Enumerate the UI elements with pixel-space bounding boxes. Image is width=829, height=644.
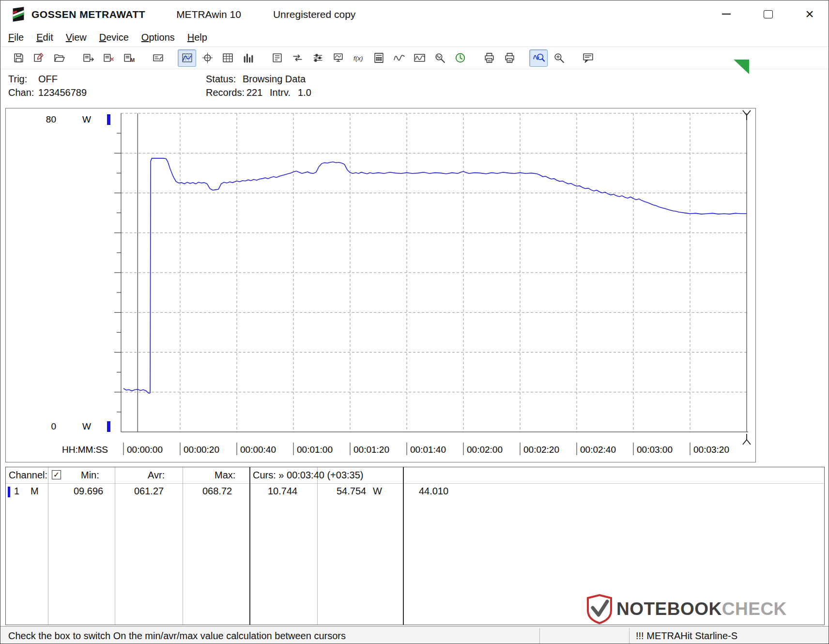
close-button[interactable]: × (798, 4, 821, 24)
timer-button[interactable] (451, 49, 469, 67)
svg-text:f(x): f(x) (353, 55, 363, 62)
status-bar: Check the box to switch On the min/avr/m… (0, 626, 829, 644)
data-transfer-icon (292, 52, 304, 64)
multimeter-display-icon (152, 52, 164, 64)
data-zoom-button[interactable] (430, 49, 449, 67)
save-as-button[interactable] (30, 49, 48, 67)
memory-read-icon: M (123, 52, 135, 64)
y-axis-top-value: 80 (37, 114, 56, 125)
formula-button[interactable]: f(x) (349, 49, 368, 67)
toolbar-separator (521, 49, 529, 67)
data-transfer-button[interactable] (288, 49, 307, 67)
memory-read-button[interactable]: M (120, 49, 138, 67)
chart-panel: 80 W 0 W HH:MM:SS 00:00:0000:00:2000:00:… (5, 108, 756, 462)
print-icon (504, 52, 516, 64)
interval-label: Intrv. (270, 87, 291, 98)
metrawin-window: GOSSEN METRAWATT METRAwin 10 Unregistere… (0, 0, 829, 644)
chan-value: 123456789 (38, 87, 87, 98)
window-controls: × (715, 4, 821, 24)
zoom-reset-icon (553, 52, 565, 64)
y-axis-bottom-unit: W (82, 421, 91, 432)
envelope-button[interactable] (410, 49, 429, 67)
menu-device[interactable]: Device (99, 32, 129, 43)
envelope-icon (414, 52, 426, 64)
export-data-button[interactable] (79, 49, 97, 67)
column-divider (115, 467, 115, 625)
trig-label: Trig: (8, 74, 27, 85)
cursor-2-top-handle (743, 110, 751, 120)
y-axis-top-unit: W (82, 114, 91, 125)
menu-file[interactable]: File (8, 32, 24, 43)
statusbar-hint: Check the box to switch On the min/avr/m… (8, 627, 346, 644)
table-header-divider (6, 483, 824, 484)
notebookcheck-watermark: NOTEBOOKCHECK (585, 594, 787, 624)
toolbar-separator (70, 49, 79, 67)
header-cursor-readout: Curs: » 00:03:40 (+03:35) (253, 470, 363, 481)
print-preview-button[interactable] (480, 49, 498, 67)
table-view-icon (222, 52, 234, 64)
x-tick-label: 00:02:20 (523, 445, 559, 455)
chan-label: Chan: (8, 87, 34, 98)
x-tick-label: 00:02:00 (467, 445, 503, 455)
signal-button[interactable] (390, 49, 408, 67)
x-tick-label: 00:01:20 (353, 445, 389, 455)
cell-cursor2: 54.754 (337, 486, 366, 497)
toolbar-separator (140, 49, 149, 67)
channel-marker-bottom (107, 421, 110, 432)
comment-button[interactable] (579, 49, 597, 67)
menu-options[interactable]: Options (141, 32, 175, 43)
toolbar: Mf(x) (0, 47, 829, 69)
brand-name: GOSSEN METRAWATT (31, 9, 145, 20)
minmax-checkbox[interactable]: ✓ (52, 470, 61, 479)
scope-view-icon (201, 52, 214, 64)
menu-help[interactable]: Help (187, 32, 207, 43)
print-preview-icon (483, 52, 495, 64)
menu-edit[interactable]: Edit (36, 32, 53, 43)
bar-graph-view-button[interactable] (239, 49, 257, 67)
device-panel-button[interactable] (369, 49, 388, 67)
toolbar-separator (471, 49, 480, 67)
maximize-button[interactable] (757, 4, 779, 24)
open-button[interactable] (50, 49, 68, 67)
column-divider (48, 467, 48, 625)
minimize-button[interactable] (715, 4, 737, 24)
chart-view-button[interactable] (178, 49, 196, 67)
signal-icon (393, 52, 405, 64)
header-channel: Channel: (9, 470, 47, 481)
x-tick-label: 00:01:00 (297, 445, 333, 455)
logger-settings-button[interactable] (308, 49, 327, 67)
clear-data-button[interactable] (99, 49, 118, 67)
trigger-settings-button[interactable] (268, 49, 286, 67)
header-avr: Avr: (148, 470, 165, 481)
zoom-signal-button[interactable] (529, 49, 548, 67)
x-tick-label: 00:02:40 (580, 445, 616, 455)
cell-avr: 061.27 (134, 486, 164, 497)
comment-icon (582, 52, 594, 64)
zoom-signal-icon (533, 52, 545, 64)
formula-icon: f(x) (353, 52, 365, 64)
save-button[interactable] (9, 49, 28, 67)
power-trace (123, 158, 747, 393)
statusbar-device: !!! METRAHit Starline-S (636, 627, 737, 644)
menu-view[interactable]: View (66, 32, 87, 43)
x-tick-label: 00:00:00 (127, 445, 163, 455)
save-icon (13, 52, 25, 64)
print-button[interactable] (500, 49, 519, 67)
channel-marker-top (107, 114, 110, 125)
cell-channel-number: 1 (14, 486, 19, 497)
x-tick-label: 00:03:00 (637, 445, 673, 455)
scope-view-button[interactable] (198, 49, 216, 67)
online-display-button[interactable] (329, 49, 347, 67)
cell-min: 09.696 (74, 486, 103, 497)
maximize-icon (764, 10, 773, 18)
multimeter-display-button[interactable] (149, 49, 167, 67)
online-display-icon (332, 52, 344, 64)
cursor-section-divider (249, 467, 250, 625)
close-icon: × (805, 7, 814, 21)
export-data-icon (82, 52, 94, 64)
zoom-reset-button[interactable] (550, 49, 568, 67)
title-bar: GOSSEN METRAWATT METRAwin 10 Unregistere… (0, 0, 829, 29)
x-tick-label: 00:00:20 (184, 445, 219, 455)
statusbar-divider (539, 628, 540, 644)
table-view-button[interactable] (218, 49, 237, 67)
